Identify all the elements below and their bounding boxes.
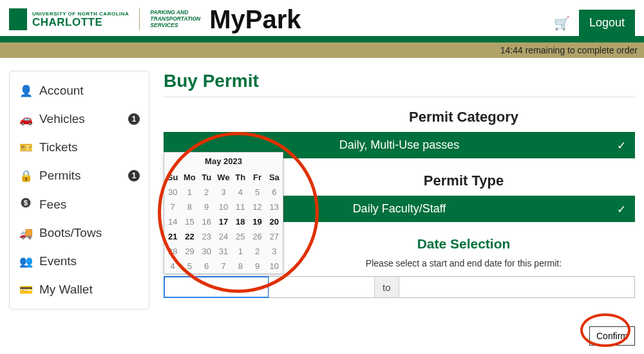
- calendar-day: 13: [266, 200, 283, 214]
- calendar-day: 3: [266, 244, 283, 259]
- sidebar-item-tickets[interactable]: 🎫 Tickets: [10, 133, 149, 162]
- calendar-day: 27: [266, 229, 283, 244]
- logo-mark: [9, 8, 27, 30]
- calendar-day: 2: [198, 185, 215, 200]
- calendar-day: 31: [215, 244, 232, 259]
- sidebar-item-label: Account: [39, 84, 84, 98]
- end-date-input[interactable]: [399, 277, 634, 297]
- sidebar-item-label: Vehicles: [39, 112, 85, 126]
- sidebar-item-boots-tows[interactable]: 🚚 Boots/Tows: [10, 219, 149, 247]
- lock-icon: 🔒: [19, 169, 33, 183]
- calendar-day: 6: [198, 259, 215, 274]
- date-selection-heading: Date Selection: [292, 236, 635, 252]
- calendar-day: 16: [198, 214, 215, 229]
- sidebar-item-vehicles[interactable]: 🚗 Vehicles 1: [10, 105, 149, 133]
- calendar-day: 10: [266, 259, 283, 274]
- calendar-day[interactable]: 18: [232, 214, 249, 229]
- permit-type-value: Daily Faculty/Staff: [353, 202, 446, 215]
- calendar-day: 12: [249, 200, 265, 214]
- order-timer: 14:44 remaining to complete order: [500, 45, 638, 55]
- calendar-day: 8: [181, 200, 198, 214]
- page-title: Buy Permit: [164, 71, 635, 91]
- calendar-day: 26: [249, 229, 265, 244]
- permit-category-value: Daily, Multi-Use passes: [339, 138, 460, 151]
- calendar-day: 6: [266, 185, 283, 200]
- calendar-day[interactable]: 17: [215, 214, 232, 229]
- calendar-day[interactable]: 20: [266, 214, 283, 229]
- end-date-input-left[interactable]: [269, 277, 374, 297]
- cart-icon[interactable]: 🛒: [554, 15, 570, 31]
- calendar-day: 1: [232, 244, 249, 259]
- header-accent-bar: [0, 36, 644, 42]
- permit-type-heading: Permit Type: [292, 172, 635, 189]
- calendar-day: 28: [164, 244, 181, 259]
- calendar-day: 15: [181, 214, 198, 229]
- calendar-day: 14: [164, 214, 181, 229]
- sidebar-item-label: Events: [39, 254, 77, 268]
- sidebar-item-label: Permits: [39, 169, 80, 183]
- calendar-day: 1: [181, 185, 198, 200]
- sidebar-item-my-wallet[interactable]: 💳 My Wallet: [10, 275, 149, 304]
- divider: [164, 97, 635, 97]
- to-label: to: [374, 277, 399, 297]
- calendar-day: 30: [164, 185, 181, 200]
- main-panel: Buy Permit Permit Category Daily, Multi-…: [164, 71, 635, 310]
- calendar-month-label: May 2023: [164, 153, 283, 170]
- sidebar-item-label: Tickets: [39, 140, 77, 154]
- calendar-day: 5: [181, 259, 198, 274]
- permit-category-heading: Permit Category: [292, 109, 635, 126]
- org-logo: UNIVERSITY OF NORTH CAROLINA CHARLOTTE P…: [9, 8, 200, 30]
- calendar-day[interactable]: 21: [164, 229, 181, 244]
- sidebar-item-events[interactable]: 👥 Events: [10, 247, 149, 275]
- tow-icon: 🚚: [19, 227, 33, 240]
- calendar-day: 9: [249, 259, 265, 274]
- calendar-day: 4: [232, 185, 249, 200]
- calendar-dow: Sa: [266, 170, 283, 185]
- date-range-row: to: [164, 276, 635, 298]
- sidebar-item-permits[interactable]: 🔒 Permits 1: [10, 162, 149, 190]
- logo-divider: [139, 8, 140, 30]
- dollar-icon: $: [19, 197, 33, 212]
- check-icon: ✓: [617, 138, 626, 152]
- wallet-icon: 💳: [19, 283, 33, 297]
- timer-bar: 14:44 remaining to complete order: [0, 42, 644, 58]
- calendar-day: 29: [181, 244, 198, 259]
- calendar-day[interactable]: 19: [249, 214, 265, 229]
- calendar-dow: We: [215, 170, 232, 185]
- sidebar-item-label: My Wallet: [39, 283, 93, 297]
- calendar-dow: Mo: [181, 170, 198, 185]
- sidebar: 👤 Account 🚗 Vehicles 1 🎫 Tickets 🔒 Permi…: [9, 71, 149, 310]
- logout-button[interactable]: Logout: [579, 10, 635, 36]
- calendar-dow: Tu: [198, 170, 215, 185]
- user-icon: 👤: [19, 84, 33, 98]
- count-badge: 1: [128, 170, 140, 182]
- sidebar-item-label: Boots/Tows: [39, 226, 102, 240]
- people-icon: 👥: [19, 255, 33, 268]
- calendar-day: 2: [249, 244, 265, 259]
- calendar-day: 7: [164, 200, 181, 214]
- calendar-day: 11: [232, 200, 249, 214]
- sidebar-item-account[interactable]: 👤 Account: [10, 77, 149, 105]
- header: UNIVERSITY OF NORTH CAROLINA CHARLOTTE P…: [0, 0, 644, 36]
- calendar-day: 10: [215, 200, 232, 214]
- calendar-day: 5: [249, 185, 265, 200]
- logo-name: CHARLOTTE: [32, 17, 129, 28]
- confirm-button[interactable]: Confirm: [589, 326, 635, 346]
- logo-dept: PARKING AND TRANSPORTATION SERVICES: [150, 10, 200, 28]
- count-badge: 1: [128, 113, 140, 125]
- start-date-input[interactable]: [164, 276, 269, 298]
- calendar-day: 9: [198, 200, 215, 214]
- calendar-day: 4: [164, 259, 181, 274]
- calendar-day[interactable]: 22: [181, 229, 198, 244]
- calendar-day: 8: [232, 259, 249, 274]
- svg-text:$: $: [24, 199, 28, 207]
- calendar-day: 25: [232, 229, 249, 244]
- ticket-icon: 🎫: [19, 141, 33, 154]
- calendar-day: 30: [198, 244, 215, 259]
- calendar-dow: Fr: [249, 170, 265, 185]
- sidebar-item-fees[interactable]: $ Fees: [10, 190, 149, 219]
- app-title: MyPark: [209, 5, 301, 34]
- sidebar-item-label: Fees: [39, 198, 66, 212]
- calendar-dow: Th: [232, 170, 249, 185]
- car-icon: 🚗: [19, 113, 33, 126]
